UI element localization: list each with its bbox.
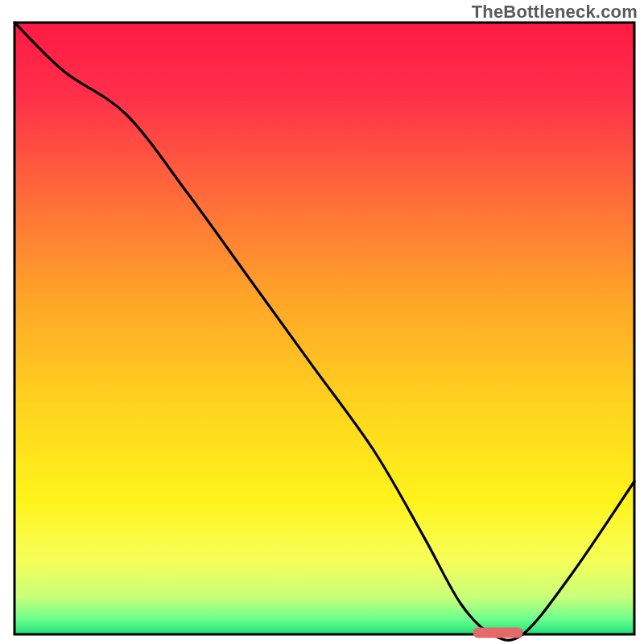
bottleneck-chart — [0, 0, 644, 644]
watermark-text: TheBottleneck.com — [472, 2, 638, 23]
plot-background — [14, 23, 634, 634]
optimal-marker — [473, 627, 523, 638]
chart-container: TheBottleneck.com — [0, 0, 644, 644]
